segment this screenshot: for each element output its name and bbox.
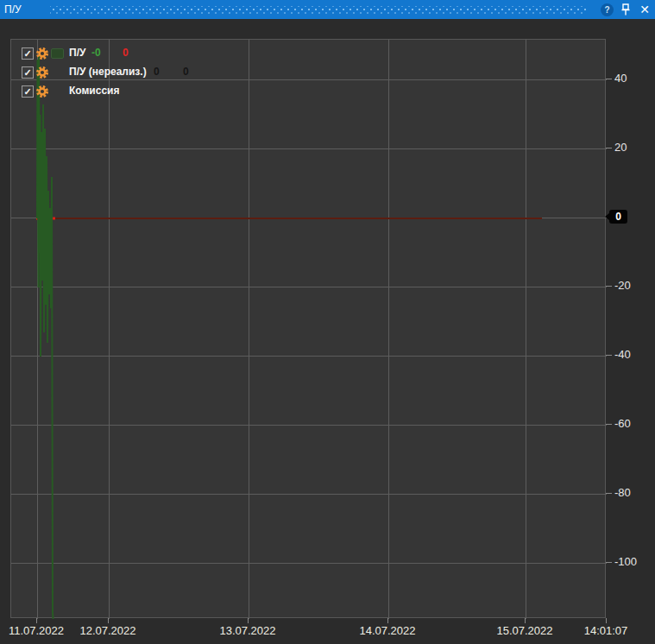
checkbox-pl-unrealized[interactable]: ✓ xyxy=(22,66,34,79)
x-axis-label: 15.07.2022 xyxy=(496,624,552,637)
legend-row-commission: ✓ Комиссия xyxy=(17,84,259,101)
y-axis-tick xyxy=(606,286,612,287)
legend-value-unrealized-1: 0 xyxy=(154,66,160,78)
legend-label-pl-unrealized: П/У (нереализ.) xyxy=(69,66,147,78)
gear-icon[interactable] xyxy=(35,85,49,98)
titlebar-grip[interactable] xyxy=(50,6,588,14)
pin-icon[interactable] xyxy=(620,3,632,16)
legend-value-pl-red: 0 xyxy=(123,47,129,59)
x-axis-label: 13.07.2022 xyxy=(219,624,275,637)
legend-row-pl-unrealized: ✓ П/У (нереализ.) 0 0 xyxy=(17,65,259,82)
x-axis-label: 11.07.2022 xyxy=(9,624,64,637)
x-axis-tick xyxy=(36,618,37,623)
legend-row-pl: ✓ П/У -0 0 xyxy=(17,46,259,63)
help-icon[interactable]: ? xyxy=(601,3,614,16)
y-axis-label: -20 xyxy=(614,279,631,293)
y-axis-label: -40 xyxy=(614,348,631,362)
y-axis-label: 40 xyxy=(614,72,627,85)
legend-label-commission: Комиссия xyxy=(69,85,119,97)
x-axis-label: 12.07.2022 xyxy=(79,624,135,637)
legend-value-pl-green: -0 xyxy=(91,47,101,59)
y-axis-label: -100 xyxy=(614,555,637,569)
checkbox-pl[interactable]: ✓ xyxy=(22,47,34,60)
legend-label-pl: П/У xyxy=(69,47,85,59)
window-titlebar[interactable]: П/У ? ✕ xyxy=(0,0,655,19)
x-axis-label: 14.07.2022 xyxy=(359,624,415,637)
x-axis-tick xyxy=(108,618,109,623)
y-axis-tick xyxy=(606,148,612,148)
gear-icon[interactable] xyxy=(35,66,49,79)
series-swatch-pl xyxy=(51,48,64,59)
trading-pl-window: { "window": { "title": "П/У", "help_glyp… xyxy=(0,0,655,644)
x-axis-tick xyxy=(606,618,607,623)
y-axis-label: -80 xyxy=(614,486,631,500)
window-title: П/У xyxy=(0,3,22,16)
close-icon[interactable]: ✕ xyxy=(638,0,652,19)
x-axis-tick xyxy=(525,618,526,623)
y-axis-tick xyxy=(606,424,612,425)
checkbox-commission[interactable]: ✓ xyxy=(22,85,34,98)
y-axis-tick xyxy=(606,355,612,356)
y-axis-label: 20 xyxy=(614,141,627,155)
x-axis-tick xyxy=(248,618,249,623)
y-axis-tick xyxy=(606,493,612,494)
chart-plot-area[interactable] xyxy=(10,39,606,618)
gear-icon[interactable] xyxy=(35,47,49,60)
series-П-У xyxy=(37,56,54,619)
chart-series-canvas xyxy=(11,40,607,619)
current-value-badge: 0 xyxy=(609,210,627,224)
y-axis-tick xyxy=(606,562,612,563)
y-axis-label: -60 xyxy=(614,417,631,431)
y-axis-tick xyxy=(606,79,612,79)
x-axis-tick xyxy=(387,618,388,623)
legend-value-unrealized-2: 0 xyxy=(183,66,189,78)
x-axis-label: 14:01:07 xyxy=(584,624,628,637)
